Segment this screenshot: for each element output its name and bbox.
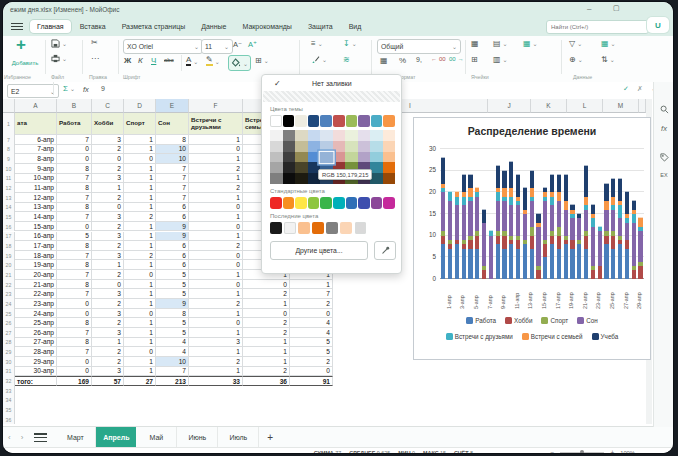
header-cell[interactable]: Работа (57, 113, 92, 135)
header-cell[interactable]: Хобби (92, 113, 124, 135)
cell[interactable]: 7 (156, 193, 189, 203)
header-cell[interactable]: Встречи с друзьями (189, 113, 243, 135)
cell[interactable]: 7 (57, 347, 92, 357)
cell[interactable]: 27-апр (15, 338, 57, 348)
cell[interactable]: 9 (156, 222, 189, 232)
align-button[interactable]: ≡⌄ (311, 39, 323, 48)
cell[interactable]: 0 (57, 145, 92, 155)
cell[interactable]: 2 (189, 241, 243, 251)
color-swatch[interactable] (358, 130, 371, 141)
cell[interactable]: 0 (189, 203, 243, 213)
row-number[interactable]: 12 (3, 183, 15, 193)
row-number[interactable]: 10 (3, 164, 15, 174)
add-sheet-button[interactable]: + (259, 427, 281, 448)
color-swatch[interactable] (383, 197, 395, 209)
cell[interactable]: 1 (243, 357, 290, 367)
cell[interactable]: 18-апр (15, 251, 57, 261)
cell[interactable]: 2 (92, 357, 124, 367)
print-button[interactable]: ⌄ (51, 54, 67, 63)
cell[interactable]: 20-апр (15, 270, 57, 280)
cell[interactable]: 4 (290, 328, 333, 338)
cell[interactable]: 1 (189, 328, 243, 338)
save-button[interactable]: ⌄ (51, 39, 67, 48)
color-swatch[interactable] (270, 152, 283, 163)
cell[interactable]: 2 (290, 299, 333, 309)
cell[interactable]: 0 (189, 280, 243, 290)
cell[interactable]: 7 (57, 212, 92, 222)
cell[interactable]: 1 (189, 193, 243, 203)
color-swatch[interactable] (295, 141, 308, 152)
cell[interactable]: 1 (124, 145, 156, 155)
cell[interactable]: 6 (156, 241, 189, 251)
chart-object[interactable]: Распределение времени 0510152025301-апр3… (413, 117, 651, 360)
cell[interactable]: 1 (124, 232, 156, 242)
cell[interactable]: 10-апр (15, 174, 57, 184)
column-header[interactable]: J (488, 99, 531, 113)
totals-cell[interactable]: 213 (156, 376, 189, 386)
cell[interactable]: 17-апр (15, 241, 57, 251)
insert-cells-button[interactable]: ▤⌄ (493, 39, 508, 48)
cut-button[interactable]: ✂ (91, 38, 98, 47)
cell[interactable]: 1 (189, 174, 243, 184)
color-swatch[interactable] (295, 162, 308, 173)
cell[interactable]: 5 (57, 232, 92, 242)
cell-reference-box[interactable]: E2⌄ (7, 84, 59, 98)
row-number[interactable]: 18 (3, 241, 15, 251)
hamburger-menu-icon[interactable] (11, 23, 23, 31)
cell[interactable]: 0 (92, 280, 124, 290)
cell[interactable]: 0 (57, 367, 92, 377)
cell[interactable]: 0 (92, 203, 124, 213)
cell[interactable]: 0 (189, 260, 243, 270)
color-swatch[interactable] (383, 173, 396, 184)
maximize-button[interactable]: ▢ (613, 4, 620, 12)
highlight-color-button[interactable]: ✎⌄ (206, 56, 220, 66)
row-number[interactable]: 26 (3, 318, 15, 328)
font-color-button[interactable]: А⌄ (186, 56, 198, 66)
number-format-select[interactable]: Общий⌄ (377, 39, 461, 54)
cell[interactable]: 5 (156, 270, 189, 280)
row-number[interactable]: 31 (3, 367, 15, 377)
cell[interactable]: 8 (57, 260, 92, 270)
color-swatch[interactable] (312, 222, 324, 234)
totals-label-cell[interactable]: того: (15, 376, 57, 386)
cell[interactable]: 30-апр (15, 367, 57, 377)
header-cell[interactable]: Спорт (124, 113, 156, 135)
other-colors-button[interactable]: Другие цвета... (270, 241, 368, 260)
column-header[interactable]: M (603, 99, 639, 113)
cell[interactable]: 10 (156, 357, 189, 367)
cell[interactable]: 1 (124, 289, 156, 299)
color-swatch[interactable] (371, 115, 383, 127)
cell[interactable]: 5 (156, 328, 189, 338)
cell[interactable]: 2 (189, 357, 243, 367)
color-swatch[interactable] (283, 130, 296, 141)
menu-tab[interactable]: Макрокоманды (236, 20, 299, 33)
cell[interactable]: 6 (156, 212, 189, 222)
cell[interactable]: 7 (57, 135, 92, 145)
color-swatch[interactable] (326, 222, 338, 234)
comma-style-button[interactable]: 9, (416, 56, 422, 63)
cell[interactable]: 5 (290, 347, 333, 357)
cell[interactable]: 8 (57, 280, 92, 290)
cell[interactable]: 2 (92, 222, 124, 232)
column-header[interactable]: K (531, 99, 567, 113)
cell[interactable]: 1 (124, 328, 156, 338)
row-number[interactable]: 30 (3, 357, 15, 367)
column-header[interactable]: L (567, 99, 603, 113)
cell[interactable]: 3 (92, 174, 124, 184)
row-number[interactable]: 33 (3, 386, 15, 396)
color-swatch[interactable] (283, 173, 296, 184)
color-swatch[interactable] (308, 115, 320, 127)
underline-button[interactable]: Ч (151, 56, 156, 65)
cell[interactable]: 1 (124, 241, 156, 251)
cell[interactable]: 3 (92, 212, 124, 222)
cell[interactable]: 3 (92, 289, 124, 299)
cell[interactable]: 3 (92, 309, 124, 319)
cell[interactable]: 7 (57, 270, 92, 280)
percent-button[interactable]: % (399, 56, 406, 65)
cell[interactable]: 1 (124, 135, 156, 145)
cell[interactable]: 0 (189, 318, 243, 328)
filter-button[interactable]: ▽⌄ (569, 39, 582, 48)
macros-panel-icon[interactable]: ЕХ (654, 172, 673, 178)
cell[interactable]: 1 (124, 280, 156, 290)
cell[interactable]: 1 (243, 338, 290, 348)
